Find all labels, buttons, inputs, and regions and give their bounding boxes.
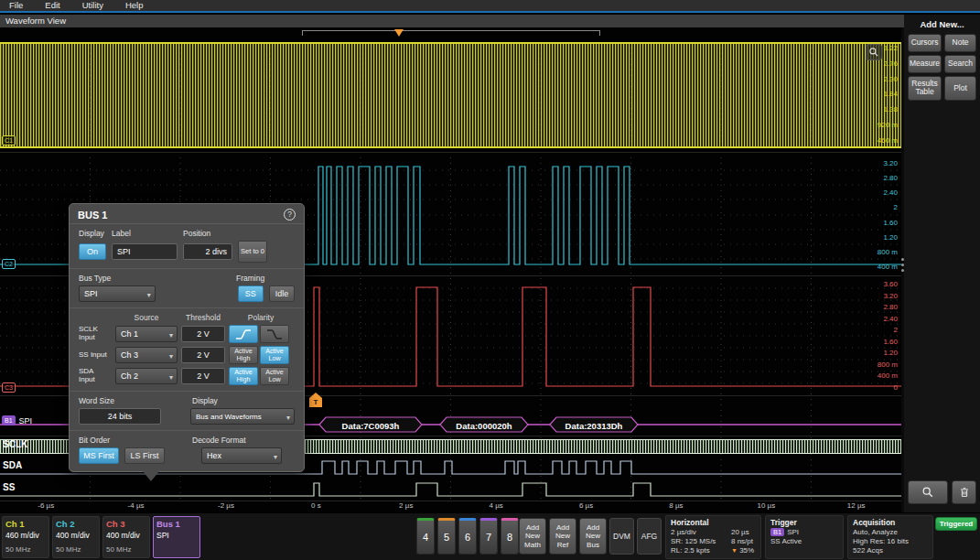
sda-source-dropdown[interactable]: Ch 2 — [115, 368, 178, 384]
acquisition-panel[interactable]: Acquisition Auto, Analyze High Res: 16 b… — [847, 515, 933, 559]
channel-badge[interactable]: Ch 3 400 m/div 50 MHz — [102, 516, 150, 558]
ch2-ref-marker[interactable]: C2 — [2, 259, 16, 269]
sda-row-label: SDA — [3, 460, 22, 470]
sidebar-button[interactable]: Search — [944, 55, 976, 73]
channel-scale: SPI — [156, 531, 197, 540]
inactive-channel-button[interactable]: 6 — [458, 518, 477, 555]
add-new-button[interactable]: Add New Math — [519, 518, 546, 555]
bus-ref-marker[interactable]: B1 SPI — [2, 415, 32, 425]
time-label: -2 µs — [181, 501, 271, 510]
trigger-source-badge: B1 — [770, 528, 784, 536]
sidebar-tools — [908, 480, 976, 504]
scale-label: 800 m — [878, 248, 898, 256]
source-header: Source — [115, 313, 178, 322]
trash-button[interactable] — [952, 480, 976, 504]
zoom-button[interactable] — [908, 480, 948, 504]
sidebar-buttons: CursorsNoteMeasureSearchResults TablePlo… — [908, 34, 976, 101]
sda-source-value: Ch 2 — [121, 372, 138, 381]
ss-active-high-button[interactable]: Active High — [229, 346, 258, 364]
bus-position-input[interactable]: 2 divs — [183, 243, 232, 260]
scale-label: 920 m — [878, 121, 898, 129]
time-label: 0 s — [271, 501, 361, 510]
sidebar-button[interactable]: Plot — [944, 76, 976, 101]
add-new-button[interactable]: Add New Bus — [579, 518, 607, 555]
bus-type-value: SPI — [84, 289, 98, 298]
channel-scale: 400 m/div — [106, 531, 146, 540]
waveform-view-tab[interactable]: Waveform View — [0, 15, 904, 27]
inactive-channel-buttons: 45678 — [416, 518, 519, 555]
scale-label: 1.60 — [883, 219, 898, 227]
bus-label-input[interactable]: SPI — [112, 243, 178, 260]
acquisition-count: 522 Acqs — [853, 546, 928, 555]
set-to-zero-button[interactable]: Set to 0 — [238, 241, 267, 263]
sidebar-button[interactable]: Note — [944, 34, 976, 52]
sda-threshold-input[interactable]: 2 V — [181, 368, 225, 384]
display-mode-dropdown[interactable]: Bus and Waveforms — [190, 408, 295, 425]
sidebar-button[interactable]: Cursors — [908, 34, 942, 52]
framing-idle-button[interactable]: Idle — [269, 285, 295, 302]
ms-first-button[interactable]: MS First — [79, 447, 119, 464]
horizontal-position: ▼ 35% — [731, 546, 756, 555]
ss-threshold-input[interactable]: 2 V — [181, 347, 225, 363]
inactive-channel-button[interactable]: 8 — [501, 518, 519, 555]
decode-format-dropdown[interactable]: Hex — [201, 447, 282, 464]
ss-active-low-button[interactable]: Active Low — [260, 346, 289, 364]
horizontal-title: Horizontal — [671, 518, 756, 527]
inactive-channel-button[interactable]: 5 — [437, 518, 456, 555]
ss-source-dropdown[interactable]: Ch 3 — [115, 347, 178, 363]
bus-type-dropdown[interactable]: SPI — [79, 285, 156, 302]
zoom-overview-bracket[interactable] — [302, 30, 600, 36]
sidebar-button[interactable]: Measure — [908, 55, 942, 73]
trash-icon — [958, 486, 971, 499]
ls-first-button[interactable]: LS First — [124, 447, 165, 464]
channel-bandwidth: 50 MHz — [106, 545, 146, 554]
time-label: 8 µs — [631, 501, 721, 510]
channel-badge[interactable]: Ch 1 460 m/div 50 MHz — [2, 516, 49, 558]
sclk-threshold-input[interactable]: 2 V — [181, 326, 225, 342]
channel-name: Bus 1 — [156, 519, 197, 529]
inactive-channel-button[interactable]: 7 — [479, 518, 498, 555]
dvm-button[interactable]: DVM — [609, 518, 634, 555]
polarity-header: Polarity — [231, 313, 291, 322]
bus-type-framing-section: Bus Type Framing SPI SS Idle — [70, 269, 304, 308]
menu-item[interactable]: Edit — [45, 0, 59, 11]
menu-item[interactable]: Help — [125, 0, 144, 11]
word-size-input[interactable]: 24 bits — [79, 408, 161, 425]
scale-label: 2.40 — [883, 188, 898, 197]
dialog-header[interactable]: BUS 1 ? — [70, 204, 304, 224]
scale-label: 400 m — [878, 372, 898, 380]
framing-ss-button[interactable]: SS — [238, 285, 264, 302]
scale-label: 460 m — [878, 136, 898, 145]
add-new-button[interactable]: Add New Ref — [549, 518, 576, 555]
magnifier-icon[interactable] — [866, 44, 882, 60]
bus-frame-data: Data:7C0093h — [342, 421, 400, 431]
ch1-ref-marker[interactable]: C1 — [2, 135, 16, 145]
channel-scale: 400 m/div — [56, 531, 96, 540]
right-sidebar: Add New... CursorsNoteMeasureSearchResul… — [904, 15, 980, 512]
sclk-polarity-rising-button[interactable] — [229, 325, 258, 343]
afg-button[interactable]: AFG — [637, 518, 662, 555]
sidebar-button[interactable]: Results Table — [908, 76, 942, 101]
channel-badge[interactable]: Ch 2 400 m/div 50 MHz — [52, 516, 100, 558]
scale-label: 800 m — [878, 361, 898, 369]
menu-item[interactable]: File — [9, 0, 23, 11]
sclk-polarity-falling-button[interactable] — [260, 325, 289, 343]
channel-badge[interactable]: Bus 1 SPI — [153, 516, 200, 558]
splitter-handle[interactable] — [901, 258, 904, 272]
sclk-source-dropdown[interactable]: Ch 1 — [115, 326, 178, 342]
ch3-ref-marker[interactable]: C3 — [2, 382, 16, 393]
time-label: 12 µs — [812, 501, 901, 510]
inactive-channel-button[interactable]: 4 — [416, 518, 435, 555]
scale-label: 2.76 — [883, 59, 898, 68]
menu-item[interactable]: Utility — [82, 0, 103, 11]
add-new-title: Add New... — [908, 19, 976, 29]
bus-display-toggle[interactable]: On — [79, 243, 106, 260]
sda-active-high-button[interactable]: Active High — [229, 367, 258, 385]
help-icon[interactable]: ? — [284, 209, 296, 221]
sda-active-low-button[interactable]: Active Low — [260, 367, 289, 385]
scale-label: 3.22 — [883, 44, 898, 52]
scale-label: 3.20 — [883, 159, 898, 167]
horizontal-panel[interactable]: Horizontal 2 µs/div 20 µs SR: 125 MS/s 8… — [665, 515, 761, 559]
trigger-panel[interactable]: Trigger B1 SPI SS Active — [765, 515, 844, 559]
channel-scale: 460 m/div — [5, 531, 46, 540]
